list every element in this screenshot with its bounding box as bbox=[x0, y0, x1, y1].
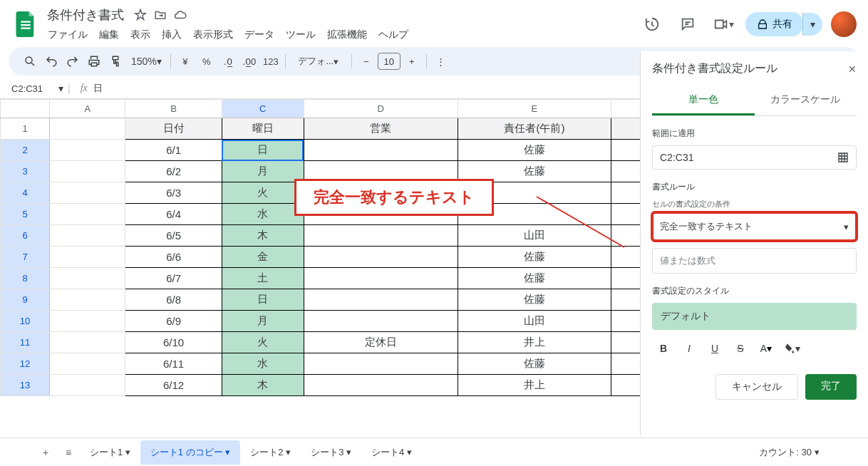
row-header[interactable]: 8 bbox=[1, 268, 50, 289]
cloud-icon[interactable] bbox=[172, 7, 188, 23]
cell[interactable]: 佐藤 bbox=[458, 140, 611, 161]
cell[interactable]: 6/4 bbox=[125, 204, 222, 225]
cell[interactable] bbox=[50, 225, 125, 247]
menu-拡張機能[interactable]: 拡張機能 bbox=[322, 26, 372, 43]
cell[interactable] bbox=[304, 268, 458, 289]
cell[interactable]: 水 bbox=[222, 353, 304, 375]
formula-value[interactable]: 日 bbox=[93, 82, 103, 95]
col-header[interactable]: B bbox=[125, 100, 222, 118]
row-header[interactable]: 1 bbox=[1, 118, 50, 140]
cell[interactable]: 6/5 bbox=[125, 225, 222, 247]
number-format-icon[interactable]: 123 bbox=[261, 51, 281, 71]
paint-format-icon[interactable] bbox=[105, 51, 125, 71]
range-input[interactable]: C2:C31 bbox=[652, 145, 857, 170]
cell[interactable]: 山田 bbox=[458, 225, 611, 247]
cell[interactable] bbox=[304, 375, 458, 396]
sheet-tab[interactable]: シート1 ▾ bbox=[80, 440, 140, 465]
cell[interactable] bbox=[50, 118, 125, 140]
value-input[interactable]: 値または数式 bbox=[652, 248, 857, 274]
cell[interactable]: 月 bbox=[222, 161, 304, 182]
row-header[interactable]: 3 bbox=[1, 161, 50, 182]
cell[interactable]: 水 bbox=[222, 204, 304, 225]
cell[interactable]: 木 bbox=[222, 375, 304, 396]
col-header[interactable]: A bbox=[50, 100, 125, 118]
cell[interactable]: 佐藤 bbox=[458, 353, 611, 375]
print-icon[interactable] bbox=[84, 51, 104, 71]
cell[interactable] bbox=[50, 375, 125, 396]
condition-dropdown[interactable]: 完全一致するテキスト ▾ bbox=[652, 212, 857, 241]
comment-icon[interactable] bbox=[674, 11, 701, 38]
meet-icon[interactable]: ▾ bbox=[710, 11, 737, 38]
cell[interactable] bbox=[50, 161, 125, 182]
cell[interactable] bbox=[50, 332, 125, 353]
cell[interactable]: 定休日 bbox=[304, 332, 458, 353]
menu-データ[interactable]: データ bbox=[239, 26, 279, 43]
style-preview[interactable]: デフォルト bbox=[652, 303, 857, 330]
font-size-decrease[interactable]: − bbox=[356, 51, 376, 71]
cell[interactable]: 6/6 bbox=[125, 247, 222, 268]
row-header[interactable]: 4 bbox=[1, 182, 50, 204]
grid-select-icon[interactable] bbox=[837, 152, 849, 163]
italic-button[interactable]: I bbox=[678, 337, 701, 360]
history-icon[interactable] bbox=[639, 11, 666, 38]
undo-icon[interactable] bbox=[41, 51, 61, 71]
cell[interactable]: 日 bbox=[222, 140, 304, 161]
name-box[interactable]: C2:C31 bbox=[9, 82, 58, 95]
cell[interactable] bbox=[50, 268, 125, 289]
add-sheet-button[interactable]: + bbox=[34, 441, 57, 464]
cell[interactable]: 6/10 bbox=[125, 332, 222, 353]
cell[interactable]: 6/8 bbox=[125, 289, 222, 311]
percent-icon[interactable]: % bbox=[197, 51, 217, 71]
fill-color-button[interactable]: ▾ bbox=[780, 337, 803, 360]
cell[interactable]: 土 bbox=[222, 268, 304, 289]
font-size-input[interactable]: 10 bbox=[378, 53, 401, 70]
cell[interactable]: 井上 bbox=[458, 332, 611, 353]
cell[interactable] bbox=[304, 353, 458, 375]
cell[interactable]: 6/12 bbox=[125, 375, 222, 396]
text-color-button[interactable]: A▾ bbox=[755, 337, 777, 360]
cell[interactable] bbox=[304, 225, 458, 247]
row-header[interactable]: 12 bbox=[1, 353, 50, 375]
avatar[interactable] bbox=[831, 11, 857, 37]
cell[interactable]: 6/7 bbox=[125, 268, 222, 289]
redo-icon[interactable] bbox=[63, 51, 83, 71]
cell[interactable]: 木 bbox=[222, 225, 304, 247]
cell[interactable]: 山田 bbox=[458, 311, 611, 332]
sheet-tab[interactable]: シート4 ▾ bbox=[361, 440, 422, 465]
row-header[interactable]: 10 bbox=[1, 311, 50, 332]
cell[interactable] bbox=[304, 247, 458, 268]
cell[interactable] bbox=[50, 311, 125, 332]
menu-ファイル[interactable]: ファイル bbox=[43, 26, 93, 43]
cell[interactable]: 営業 bbox=[304, 118, 458, 140]
cell[interactable]: 日 bbox=[222, 289, 304, 311]
cell[interactable] bbox=[304, 311, 458, 332]
cell[interactable] bbox=[50, 353, 125, 375]
menu-編集[interactable]: 編集 bbox=[94, 26, 124, 43]
all-sheets-button[interactable]: ≡ bbox=[57, 441, 80, 464]
search-icon[interactable] bbox=[20, 51, 40, 71]
font-dropdown[interactable]: デフォ... ▾ bbox=[290, 51, 347, 71]
col-header[interactable]: E bbox=[458, 100, 611, 118]
move-icon[interactable] bbox=[153, 7, 168, 23]
row-header[interactable]: 11 bbox=[1, 332, 50, 353]
underline-button[interactable]: U bbox=[703, 337, 726, 360]
cell[interactable]: 月 bbox=[222, 311, 304, 332]
cell[interactable] bbox=[50, 182, 125, 204]
menu-表示[interactable]: 表示 bbox=[125, 26, 155, 43]
bold-button[interactable]: B bbox=[652, 337, 675, 360]
col-header[interactable]: D bbox=[304, 100, 458, 118]
row-header[interactable]: 5 bbox=[1, 204, 50, 225]
cell[interactable]: 井上 bbox=[458, 375, 611, 396]
cell[interactable] bbox=[50, 140, 125, 161]
cell[interactable]: 6/9 bbox=[125, 311, 222, 332]
cell[interactable]: 佐藤 bbox=[458, 289, 611, 311]
zoom-dropdown[interactable]: 150% ▾ bbox=[127, 51, 166, 71]
row-header[interactable]: 9 bbox=[1, 289, 50, 311]
menu-表示形式[interactable]: 表示形式 bbox=[188, 26, 238, 43]
sheet-tab[interactable]: シート1 のコピー ▾ bbox=[140, 440, 240, 465]
cell[interactable] bbox=[50, 247, 125, 268]
cell[interactable]: 責任者(午前) bbox=[458, 118, 611, 140]
cell[interactable]: 6/2 bbox=[125, 161, 222, 182]
currency-icon[interactable]: ¥ bbox=[175, 51, 195, 71]
strikethrough-button[interactable]: S bbox=[729, 337, 752, 360]
